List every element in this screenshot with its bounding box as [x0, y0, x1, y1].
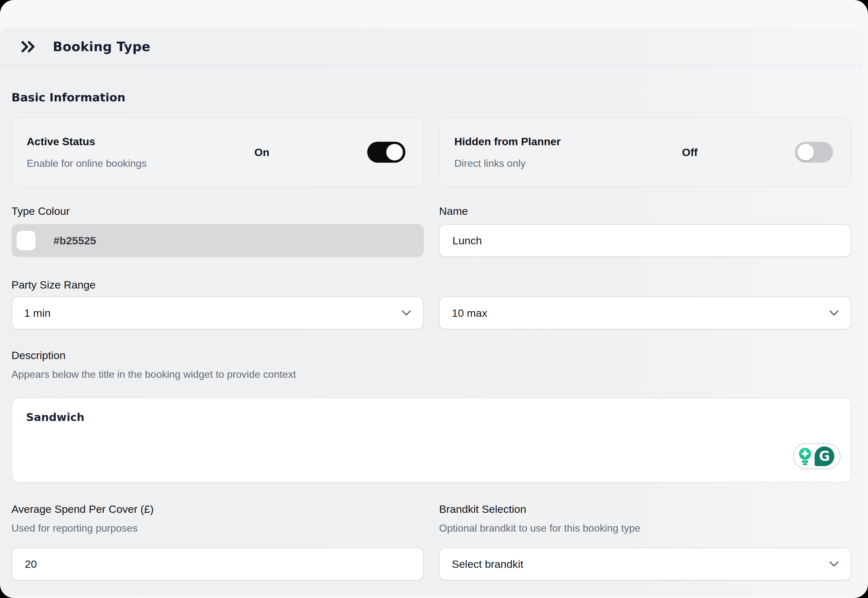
active-status-helper: Enable for online bookings	[27, 157, 147, 169]
chevron-down-icon	[829, 310, 839, 316]
toggle-knob	[798, 144, 814, 160]
type-colour-label: Type Colour	[12, 205, 424, 217]
name-input[interactable]	[439, 224, 852, 257]
description-helper: Appears below the title in the booking w…	[12, 368, 852, 380]
active-status-text: Active Status Enable for online bookings	[27, 135, 147, 169]
party-max-select[interactable]: 10 max	[439, 296, 852, 329]
hidden-from-planner-control: Off	[682, 142, 833, 163]
hidden-from-planner-text: Hidden from Planner Direct links only	[454, 135, 561, 169]
active-status-toggle[interactable]	[367, 142, 405, 163]
hidden-from-planner-helper: Direct links only	[454, 157, 561, 169]
grammarly-logo-icon[interactable]: G	[815, 446, 834, 466]
screenshot-stage: Booking Type Basic Information Active St…	[0, 0, 868, 598]
type-colour-input[interactable]: #b25525	[12, 224, 424, 257]
chevron-down-icon	[402, 310, 411, 316]
average-spend-input[interactable]	[12, 547, 424, 580]
booking-type-drawer: Booking Type Basic Information Active St…	[0, 28, 863, 596]
colour-swatch[interactable]	[16, 231, 36, 250]
average-spend-field: Average Spend Per Cover (£) Used for rep…	[12, 503, 424, 580]
grammarly-letter: G	[819, 450, 830, 463]
drawer-header: Booking Type	[0, 28, 863, 66]
brandkit-select[interactable]: Select brandkit	[439, 547, 852, 580]
collapse-drawer-button[interactable]	[20, 38, 37, 55]
chevron-double-right-icon	[21, 40, 36, 53]
description-textarea[interactable]: Sandwich	[12, 398, 852, 483]
spend-brandkit-row: Average Spend Per Cover (£) Used for rep…	[12, 503, 852, 580]
party-size-row: 1 min 10 max	[12, 296, 852, 329]
description-editor-wrap: Sandwich	[12, 398, 852, 483]
hidden-from-planner-card: Hidden from Planner Direct links only Of…	[439, 117, 852, 187]
suggestion-lightbulb-icon[interactable]	[798, 447, 813, 465]
description-label: Description	[12, 349, 852, 361]
party-max-value: 10 max	[452, 307, 487, 319]
name-field: Name	[439, 205, 852, 257]
active-status-card: Active Status Enable for online bookings…	[12, 117, 424, 187]
brandkit-label: Brandkit Selection	[439, 503, 852, 515]
brandkit-helper: Optional brandkit to use for this bookin…	[439, 522, 852, 534]
chevron-down-icon	[829, 561, 839, 567]
hidden-from-planner-toggle[interactable]	[795, 142, 833, 163]
active-status-label: Active Status	[27, 135, 147, 148]
party-min-value: 1 min	[24, 307, 51, 319]
drawer-content: Basic Information Active Status Enable f…	[0, 91, 863, 580]
grammarly-widget[interactable]: G	[793, 443, 841, 469]
colour-name-row: Type Colour #b25525 Name	[12, 205, 852, 257]
hidden-from-planner-state-label: Off	[682, 146, 697, 158]
active-status-state-label: On	[254, 146, 269, 158]
active-status-control: On	[254, 142, 405, 163]
hidden-from-planner-label: Hidden from Planner	[454, 135, 561, 148]
party-size-label: Party Size Range	[12, 279, 852, 291]
average-spend-label: Average Spend Per Cover (£)	[12, 503, 424, 515]
party-min-select[interactable]: 1 min	[12, 296, 424, 329]
colour-hex-value: #b25525	[53, 235, 96, 247]
drawer-title: Booking Type	[53, 39, 150, 54]
brandkit-field: Brandkit Selection Optional brandkit to …	[439, 503, 852, 580]
toggle-cards-row: Active Status Enable for online bookings…	[12, 117, 852, 187]
basic-information-heading: Basic Information	[12, 91, 852, 105]
name-label: Name	[439, 205, 852, 217]
type-colour-field: Type Colour #b25525	[12, 205, 424, 257]
app-window: Booking Type Basic Information Active St…	[0, 0, 868, 598]
brandkit-value: Select brandkit	[452, 558, 523, 570]
toggle-knob	[386, 144, 403, 160]
average-spend-helper: Used for reporting purposes	[12, 522, 424, 534]
